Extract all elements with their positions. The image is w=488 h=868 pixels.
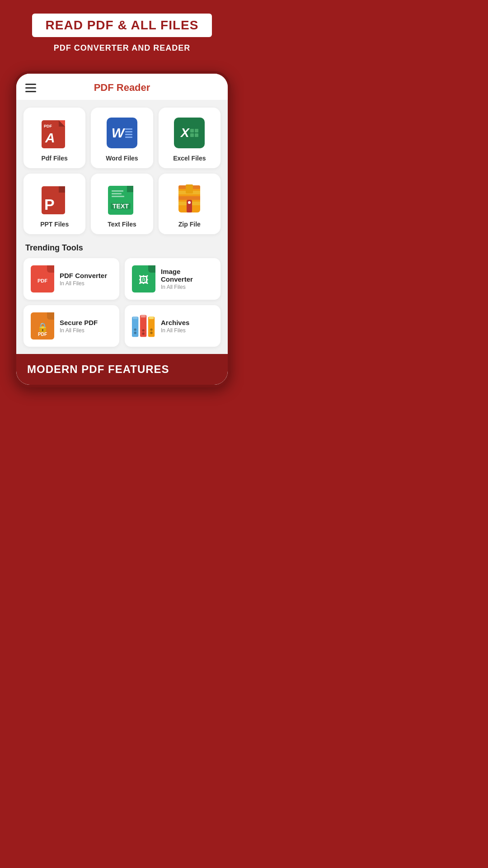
- ppt-icon: P: [38, 183, 71, 215]
- footer-label: MODERN PDF FEATURES: [27, 363, 169, 375]
- header-section: READ PDF & ALL FILES PDF CONVERTER AND R…: [0, 0, 244, 71]
- secure-pdf-info: Secure PDF In All Files: [60, 319, 98, 334]
- secure-pdf-name: Secure PDF: [60, 319, 98, 326]
- svg-point-24: [188, 201, 191, 204]
- title-badge: READ PDF & ALL FILES: [32, 14, 212, 37]
- footer-bar: MODERN PDF FEATURES: [16, 354, 228, 385]
- svg-rect-20: [178, 196, 200, 200]
- pdf-converter-name: PDF Converter: [60, 272, 107, 279]
- word-icon: W: [106, 117, 138, 149]
- hamburger-line-2: [25, 87, 36, 89]
- archives-name: Archives: [161, 319, 189, 326]
- subtitle: PDF CONVERTER AND READER: [54, 43, 190, 53]
- text-icon: TEXT: [106, 183, 138, 215]
- excel-files-card[interactable]: X Excel Files: [159, 108, 221, 168]
- zip-file-label: Zip File: [178, 221, 201, 228]
- svg-point-32: [142, 329, 144, 331]
- image-converter-sub: In All Files: [161, 284, 213, 290]
- pdf-files-label: Pdf Files: [41, 155, 67, 162]
- archives-info: Archives In All Files: [161, 319, 189, 334]
- excel-files-label: Excel Files: [173, 155, 206, 162]
- text-files-label: Text Files: [108, 221, 136, 228]
- svg-point-35: [150, 332, 152, 334]
- word-files-label: Word Files: [106, 155, 138, 162]
- pdf-converter-icon: PDF: [31, 265, 54, 292]
- svg-text:A: A: [45, 130, 55, 145]
- secure-pdf-icon: 🔒 PDF: [31, 312, 54, 340]
- secure-pdf-lock-symbol: 🔒: [37, 322, 48, 333]
- word-w-letter: W: [112, 125, 124, 141]
- svg-rect-22: [186, 184, 193, 193]
- svg-point-31: [142, 332, 144, 335]
- secure-pdf-sub: In All Files: [60, 327, 98, 334]
- svg-rect-14: [112, 196, 124, 197]
- pdf-converter-info: PDF Converter In All Files: [60, 272, 107, 287]
- ppt-files-card[interactable]: P PPT Files: [23, 174, 85, 234]
- svg-point-28: [134, 328, 136, 330]
- image-converter-card[interactable]: 🖼 Image Converter In All Files: [125, 258, 221, 300]
- pdf-converter-sub: In All Files: [60, 280, 107, 287]
- image-converter-fold: [148, 265, 155, 273]
- hamburger-line-1: [25, 84, 36, 85]
- secure-pdf-card[interactable]: 🔒 PDF Secure PDF In All Files: [23, 305, 119, 347]
- svg-rect-12: [112, 190, 123, 192]
- app-title: PDF Reader: [45, 82, 199, 94]
- trending-tools-grid: PDF PDF Converter In All Files 🖼 Image C…: [23, 258, 221, 347]
- word-files-card[interactable]: W Word Files: [91, 108, 153, 168]
- content-area: PDF A Pdf Files W Word Files: [16, 100, 228, 354]
- trending-tools-heading: Trending Tools: [23, 243, 221, 253]
- pdf-files-card[interactable]: PDF A Pdf Files: [23, 108, 85, 168]
- phone-mockup: PDF Reader PDF A Pdf Files: [14, 71, 230, 387]
- archives-icon: [132, 312, 155, 340]
- archives-sub: In All Files: [161, 327, 189, 334]
- svg-rect-34: [149, 316, 154, 319]
- ppt-files-label: PPT Files: [40, 221, 69, 228]
- excel-icon: X: [173, 117, 206, 149]
- svg-text:P: P: [44, 196, 55, 213]
- main-title: READ PDF & ALL FILES: [46, 18, 199, 32]
- word-bars: [125, 128, 132, 138]
- pdf-converter-card[interactable]: PDF PDF Converter In All Files: [23, 258, 119, 300]
- svg-text:PDF: PDF: [44, 124, 52, 128]
- file-type-grid: PDF A Pdf Files W Word Files: [23, 108, 221, 234]
- svg-rect-11: [127, 186, 133, 192]
- zip-file-card[interactable]: Zip File: [159, 174, 221, 234]
- svg-point-27: [134, 332, 136, 334]
- zip-icon: [173, 183, 206, 215]
- secure-pdf-text: PDF: [38, 332, 47, 337]
- svg-text:TEXT: TEXT: [113, 203, 129, 210]
- pdf-converter-fold: [47, 265, 54, 273]
- image-converter-name: Image Converter: [161, 268, 213, 283]
- archives-card[interactable]: Archives In All Files: [125, 305, 221, 347]
- excel-x-letter: X: [181, 126, 189, 140]
- hamburger-menu-button[interactable]: [25, 84, 36, 92]
- excel-grid: [190, 129, 198, 137]
- svg-rect-13: [112, 193, 122, 194]
- app-bar: PDF Reader: [16, 74, 228, 100]
- hamburger-line-3: [25, 91, 36, 92]
- text-files-card[interactable]: TEXT Text Files: [91, 174, 153, 234]
- svg-rect-7: [59, 186, 65, 193]
- pdf-converter-pdf-text: PDF: [38, 278, 47, 283]
- svg-rect-26: [133, 316, 138, 319]
- secure-pdf-fold: [47, 312, 54, 320]
- image-converter-icon: 🖼: [132, 265, 155, 292]
- svg-rect-30: [141, 315, 146, 317]
- pdf-icon: PDF A: [38, 117, 71, 149]
- svg-point-36: [150, 328, 152, 330]
- image-converter-symbol: 🖼: [139, 274, 149, 286]
- image-converter-info: Image Converter In All Files: [161, 268, 213, 290]
